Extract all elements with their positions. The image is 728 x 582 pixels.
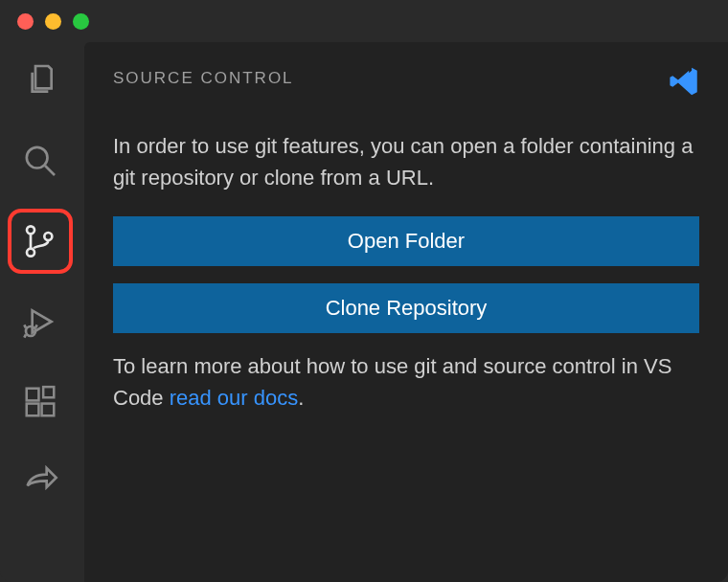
play-bug-icon — [21, 302, 59, 341]
panel-title: SOURCE CONTROL — [113, 69, 699, 88]
clone-repository-button[interactable]: Clone Repository — [113, 283, 699, 333]
git-branch-icon — [21, 222, 59, 260]
svg-rect-8 — [43, 387, 54, 397]
svg-rect-6 — [27, 404, 39, 416]
source-control-panel: SOURCE CONTROL In order to use git featu… — [84, 42, 728, 582]
search-icon — [21, 142, 59, 180]
svg-rect-7 — [42, 404, 55, 416]
svg-point-1 — [27, 226, 34, 234]
svg-point-3 — [44, 233, 52, 240]
main-area: SOURCE CONTROL In order to use git featu… — [0, 42, 728, 582]
share-arrow-icon — [21, 463, 59, 502]
maximize-window-button[interactable] — [73, 13, 89, 30]
svg-point-0 — [27, 147, 48, 168]
read-docs-link[interactable]: read our docs — [170, 386, 299, 410]
activity-run-debug[interactable] — [13, 295, 67, 348]
files-icon — [21, 61, 59, 100]
footer-suffix: . — [298, 386, 304, 410]
vscode-logo-icon — [669, 65, 701, 101]
close-window-button[interactable] — [17, 13, 34, 30]
activity-extensions[interactable] — [13, 375, 67, 429]
activity-bar — [0, 42, 80, 582]
open-folder-button[interactable]: Open Folder — [113, 216, 699, 266]
activity-live-share[interactable] — [13, 456, 67, 509]
minimize-window-button[interactable] — [45, 13, 61, 30]
activity-explorer[interactable] — [13, 54, 67, 107]
activity-search[interactable] — [13, 134, 67, 188]
panel-description: In order to use git features, you can op… — [113, 130, 699, 193]
window-titlebar — [0, 0, 728, 42]
svg-rect-5 — [27, 389, 39, 401]
panel-footer-text: To learn more about how to use git and s… — [113, 350, 699, 414]
svg-point-2 — [27, 249, 34, 257]
extensions-icon — [22, 384, 58, 420]
activity-source-control[interactable] — [13, 214, 67, 268]
